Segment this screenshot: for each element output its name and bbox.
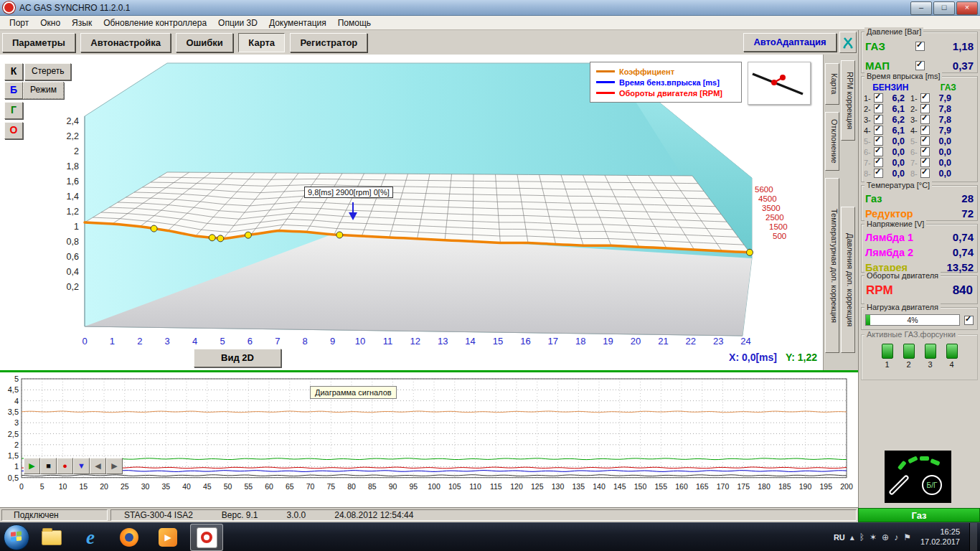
- injector-checkbox[interactable]: [920, 147, 930, 156]
- taskbar-clock[interactable]: 16:25 17.02.2017: [920, 527, 960, 547]
- maximize-button[interactable]: □: [933, 1, 955, 15]
- svg-text:2: 2: [74, 146, 79, 156]
- action-center-icon[interactable]: ⚑: [903, 532, 911, 542]
- bluetooth-icon[interactable]: ᛒ: [859, 532, 864, 542]
- map-pressure-checkbox[interactable]: [915, 61, 925, 70]
- injector-checkbox[interactable]: [920, 104, 930, 113]
- media-player-icon: ▶: [159, 528, 177, 547]
- vtab-map[interactable]: Карта: [825, 63, 839, 105]
- taskbar-ie-button[interactable]: e: [74, 524, 107, 551]
- injector-checkbox[interactable]: [874, 136, 883, 146]
- step-back-button[interactable]: ◀: [90, 458, 106, 474]
- injector-checkbox[interactable]: [874, 169, 883, 178]
- injector-checkbox[interactable]: [920, 169, 930, 178]
- injector-checkbox[interactable]: [874, 158, 883, 167]
- svg-text:1: 1: [14, 462, 19, 471]
- injector-checkbox[interactable]: [874, 115, 883, 124]
- vtab-deviation[interactable]: Отклонение: [825, 112, 839, 171]
- recorder-active-bar: [0, 370, 858, 372]
- minimize-button[interactable]: –: [910, 1, 932, 15]
- injector-checkbox[interactable]: [920, 136, 930, 146]
- gas-injector-icon: [925, 344, 936, 359]
- injector-checkbox[interactable]: [920, 158, 930, 167]
- svg-text:2500: 2500: [765, 213, 784, 222]
- stop-button[interactable]: ■: [40, 458, 57, 474]
- titlebar[interactable]: AC GAS SYNCHRO 11.2.0.1 – □ ×: [0, 0, 980, 16]
- taskbar-explorer-button[interactable]: [35, 524, 68, 551]
- start-button[interactable]: [4, 524, 29, 550]
- gauge-icon: Б/Г: [885, 451, 951, 503]
- legend-line-coefficient: [596, 70, 615, 72]
- svg-text:175: 175: [737, 482, 750, 491]
- gas-injector-icon: [903, 344, 915, 359]
- marker-button[interactable]: ▼: [73, 458, 90, 474]
- svg-text:3: 3: [14, 418, 19, 427]
- svg-text:1,5: 1,5: [8, 451, 19, 460]
- svg-text:120: 120: [510, 482, 523, 491]
- map-button-k[interactable]: К: [4, 63, 23, 80]
- map-tooltip: 9,8[ms] 2900[rpm] 0[%]: [304, 187, 393, 198]
- injector-checkbox[interactable]: [920, 126, 930, 135]
- menu-help[interactable]: Помощь: [333, 17, 376, 29]
- step-forward-button[interactable]: ▶: [106, 458, 123, 474]
- svg-text:0,2: 0,2: [67, 282, 79, 292]
- map-button-b[interactable]: Б: [4, 82, 23, 99]
- vtab-rpm-correction[interactable]: RPM коррекция: [841, 60, 855, 141]
- keyboard-language[interactable]: RU: [834, 533, 845, 542]
- map-button-o[interactable]: О: [4, 122, 23, 139]
- map-button-g[interactable]: Г: [4, 102, 23, 119]
- minimap-graph: [748, 62, 809, 103]
- svg-text:7: 7: [275, 336, 280, 347]
- vtab-pressure-correction[interactable]: Давления доп. коррекция: [841, 207, 855, 353]
- network-icon[interactable]: ⊕: [882, 532, 889, 542]
- tab-map[interactable]: Карта: [238, 33, 285, 52]
- load-checkbox[interactable]: [964, 316, 974, 325]
- volume-icon[interactable]: ♪: [894, 532, 898, 542]
- close-button[interactable]: ×: [956, 1, 978, 15]
- menu-language[interactable]: Язык: [67, 17, 97, 29]
- svg-text:17: 17: [548, 336, 558, 347]
- injector-checkbox[interactable]: [874, 147, 883, 156]
- taskbar-acgas-button[interactable]: [190, 524, 223, 551]
- svg-text:80: 80: [347, 482, 356, 491]
- tab-parameters[interactable]: Параметры: [2, 33, 75, 52]
- temperature-group: Температура [°C] Газ28 Редуктор72: [861, 185, 978, 221]
- taskbar-firefox-button[interactable]: [113, 524, 146, 551]
- hidden-icons-chevron[interactable]: ▴: [850, 532, 854, 542]
- tab-recorder[interactable]: Регистратор: [290, 33, 367, 52]
- tab-autotune[interactable]: Автонастройка: [80, 33, 171, 52]
- menu-documentation[interactable]: Документация: [264, 17, 331, 29]
- update-icon[interactable]: ✶: [870, 532, 877, 542]
- autoadaptation-button[interactable]: АвтоАдаптация: [743, 33, 837, 52]
- svg-text:200: 200: [840, 482, 853, 491]
- ac-gas-app-icon: [197, 527, 217, 548]
- svg-text:4: 4: [192, 336, 197, 347]
- svg-text:65: 65: [286, 482, 294, 491]
- signal-chart[interactable]: 54,543,532,521,510,505101520253035404550…: [0, 373, 858, 504]
- record-button[interactable]: ●: [57, 458, 73, 474]
- tool-button[interactable]: [839, 32, 857, 53]
- injector-checkbox[interactable]: [874, 104, 883, 113]
- map-3d-area[interactable]: 2,42,221,81,61,41,210,80,60,40,201234567…: [0, 55, 824, 370]
- menu-options-3d[interactable]: Опции 3D: [213, 17, 263, 29]
- vtab-temperature-correction[interactable]: Температурная доп. коррекция: [825, 178, 839, 353]
- menu-controller-update[interactable]: Обновление контроллера: [98, 17, 212, 29]
- tab-errors[interactable]: Ошибки: [176, 33, 232, 52]
- erase-button[interactable]: Стереть: [24, 63, 71, 80]
- show-desktop-button[interactable]: [969, 523, 977, 551]
- svg-text:4500: 4500: [758, 194, 777, 203]
- menu-port[interactable]: Порт: [4, 17, 34, 29]
- fuel-type-button[interactable]: Газ: [858, 508, 980, 522]
- play-button[interactable]: ▶: [24, 458, 40, 474]
- svg-text:12: 12: [410, 336, 420, 347]
- gas-pressure-checkbox[interactable]: [915, 42, 925, 51]
- injector-checkbox[interactable]: [920, 93, 930, 103]
- taskbar-mediaplayer-button[interactable]: ▶: [151, 524, 184, 551]
- view-2d-button[interactable]: Вид 2D: [194, 349, 281, 367]
- mode-button[interactable]: Режим: [23, 82, 64, 99]
- injector-checkbox[interactable]: [874, 126, 883, 135]
- signal-chart-title: Диаграмма сигналов: [310, 386, 397, 399]
- injector-checkbox[interactable]: [874, 93, 883, 103]
- injector-checkbox[interactable]: [920, 115, 930, 124]
- menu-window[interactable]: Окно: [35, 17, 65, 29]
